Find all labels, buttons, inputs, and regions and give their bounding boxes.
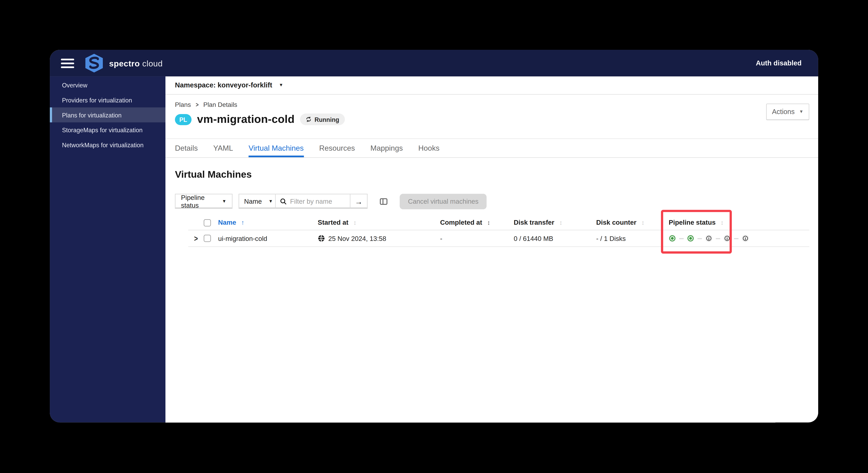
cancel-vms-button[interactable]: Cancel virtual machines (400, 194, 487, 209)
sidebar: Overview Providers for virtualization Pl… (50, 77, 165, 422)
brand-name: spectro cloud (109, 58, 163, 68)
sidebar-item-plans[interactable]: Plans for virtualization (50, 108, 165, 122)
namespace-selector[interactable]: Namespace: konveyor-forklift (175, 82, 272, 89)
select-all-checkbox[interactable] (204, 219, 211, 226)
namespace-bar: Namespace: konveyor-forklift ▼ (165, 77, 818, 95)
table-header-row: Name ↑ Started at ↕ Completed at ↕ Dis (188, 215, 809, 230)
sidebar-item-overview[interactable]: Overview (50, 78, 165, 92)
sort-ascending-icon: ↑ (241, 219, 244, 226)
column-label: Name (218, 219, 236, 227)
title-row: PL vm-migration-cold Running (175, 113, 809, 126)
breadcrumb-plans-link[interactable]: Plans (175, 101, 191, 108)
sort-icon: ↕ (559, 219, 562, 226)
globe-icon (318, 235, 325, 242)
sort-icon: ↕ (353, 219, 356, 226)
chevron-down-icon: ▼ (799, 110, 804, 114)
column-label: Completed at (440, 219, 482, 227)
actions-button[interactable]: Actions ▼ (766, 104, 809, 120)
chevron-down-icon: ▼ (269, 199, 273, 204)
main-content: Namespace: konveyor-forklift ▼ Plans > P… (165, 77, 818, 422)
tab-yaml[interactable]: YAML (213, 139, 233, 157)
cell-completed-at: - (440, 235, 514, 242)
sort-icon: ↕ (720, 219, 723, 226)
pipeline-status-select[interactable]: Pipeline status ▼ (175, 194, 232, 209)
filter-toolbar: Pipeline status ▼ Name ▼ (175, 194, 818, 209)
cell-disk-counter: - / 1 Disks (596, 235, 669, 242)
manage-columns-button[interactable] (380, 198, 388, 205)
stage: spectro cloud Auth disabled Overview Pro… (0, 0, 868, 473)
cell-started-at: 25 Nov 2024, 13:58 (318, 235, 440, 242)
sort-icon: ↕ (641, 219, 644, 226)
column-header-started-at[interactable]: Started at ↕ (318, 219, 440, 227)
page-title: vm-migration-cold (197, 113, 294, 126)
column-header-disk-counter[interactable]: Disk counter ↕ (596, 219, 669, 227)
pipeline-connector (734, 238, 738, 239)
hamburger-menu-icon[interactable] (61, 58, 74, 68)
search-field-select[interactable]: Name ▼ (239, 194, 276, 208)
row-expand-chevron-icon[interactable]: > (189, 234, 203, 243)
breadcrumb: Plans > Plan Details (175, 101, 809, 108)
columns-icon (380, 198, 388, 205)
sidebar-item-networkmaps[interactable]: NetworkMaps for virtualization (50, 137, 165, 152)
pipeline-step-done-icon (687, 235, 694, 242)
brand-logo: spectro cloud (84, 53, 163, 73)
breadcrumb-current: Plan Details (203, 101, 237, 108)
row-checkbox[interactable] (204, 235, 211, 242)
sidebar-item-providers[interactable]: Providers for virtualization (50, 92, 165, 108)
started-at-value: 25 Nov 2024, 13:58 (328, 235, 386, 242)
topbar: spectro cloud Auth disabled (50, 50, 818, 77)
tab-mappings[interactable]: Mappings (371, 139, 403, 157)
section-title: Virtual Machines (175, 169, 818, 180)
plan-type-badge: PL (175, 114, 191, 125)
chevron-down-icon[interactable]: ▼ (279, 83, 283, 87)
sync-icon (306, 116, 312, 122)
tab-hooks[interactable]: Hooks (418, 139, 439, 157)
search-input[interactable] (290, 198, 345, 205)
table-row: > ui-migration-cold 25 Nov 2024, 13:58 (188, 230, 809, 247)
search-group: Name ▼ → (239, 194, 368, 209)
pipeline-connector (679, 238, 684, 239)
pipeline-step-pending-icon (742, 235, 749, 242)
search-submit-button[interactable]: → (350, 194, 367, 208)
cell-name: ui-migration-cold (218, 235, 318, 242)
pipeline-connector (698, 238, 702, 239)
tab-details[interactable]: Details (175, 139, 198, 157)
column-header-pipeline-status[interactable]: Pipeline status ↕ (669, 219, 741, 227)
column-label: Pipeline status (669, 219, 716, 227)
column-label: Disk counter (596, 219, 637, 227)
tab-resources[interactable]: Resources (319, 139, 355, 157)
cell-pipeline-status (669, 235, 741, 242)
sidebar-item-storagemaps[interactable]: StorageMaps for virtualization (50, 122, 165, 138)
pipeline-connector (716, 238, 720, 239)
search-box (276, 194, 350, 208)
auth-status-label: Auth disabled (756, 59, 802, 67)
column-label: Started at (318, 219, 348, 227)
cell-disk-transfer: 0 / 61440 MB (514, 235, 596, 242)
pipeline-step-done-icon (669, 235, 676, 242)
breadcrumb-chevron-icon: > (196, 101, 198, 108)
search-field-label: Name (244, 198, 262, 205)
tab-virtual-machines[interactable]: Virtual Machines (249, 139, 304, 157)
actions-label: Actions (772, 108, 795, 116)
vm-table: Name ↑ Started at ↕ Completed at ↕ Dis (188, 215, 809, 247)
status-badge: Running (300, 114, 345, 125)
pipeline-status-select-label: Pipeline status (181, 194, 215, 209)
pipeline-step-pending-icon (723, 235, 731, 242)
brand-primary: spectro (109, 58, 140, 68)
column-header-name[interactable]: Name ↑ (218, 219, 318, 227)
brand-secondary: cloud (142, 58, 163, 68)
chevron-down-icon: ▼ (222, 199, 226, 204)
app-window: spectro cloud Auth disabled Overview Pro… (50, 50, 818, 422)
tab-bar: Details YAML Virtual Machines Resources … (165, 139, 818, 158)
select-all-header (204, 219, 218, 226)
search-icon (280, 198, 287, 205)
column-header-completed-at[interactable]: Completed at ↕ (440, 219, 514, 227)
arrow-right-icon: → (355, 197, 363, 206)
column-label: Disk transfer (514, 219, 554, 227)
column-header-disk-transfer[interactable]: Disk transfer ↕ (514, 219, 596, 227)
sort-icon: ↕ (487, 219, 490, 226)
pipeline-step-pending-icon (705, 235, 712, 242)
status-label: Running (314, 116, 339, 123)
spectro-shield-icon (84, 53, 104, 73)
plan-header: Plans > Plan Details PL vm-migration-col… (165, 95, 818, 139)
